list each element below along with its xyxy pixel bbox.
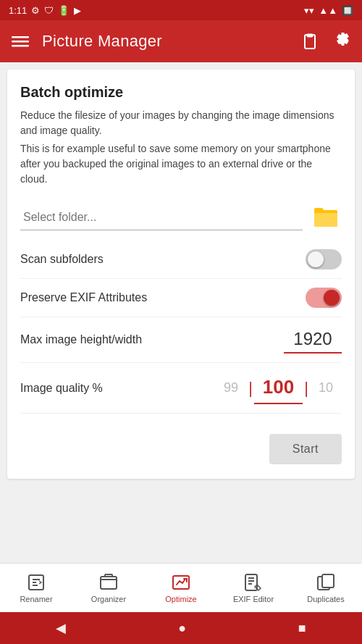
wifi-icon: ▾▾ [304,5,314,16]
exif-editor-icon [244,573,263,592]
menu-button[interactable] [10,31,30,51]
svg-rect-0 [12,36,29,38]
organizer-icon [99,573,118,592]
back-button[interactable]: ◀ [56,620,66,636]
card-desc-2: This is for example useful to save some … [20,141,342,187]
scan-subfolders-toggle[interactable] [306,249,342,269]
system-nav-bar: ◀ ● ■ [0,612,362,644]
start-button[interactable]: Start [269,434,342,464]
quality-divider-left: | [248,379,253,398]
nav-item-duplicates[interactable]: Duplicates [290,564,362,612]
svg-rect-1 [12,41,29,43]
duplicates-label: Duplicates [307,595,344,603]
folder-selector-row [20,201,342,233]
card-desc-1: Reduce the filesize of your images by ch… [20,108,342,138]
nav-item-exif-editor[interactable]: EXIF Editor [217,564,290,612]
folder-input[interactable] [20,205,303,230]
card-title: Batch optimize [20,84,342,101]
play-store-icon: ▶ [74,5,81,16]
settings-status-icon: ⚙ [31,5,40,16]
nav-item-optimize[interactable]: Optimize [145,564,217,612]
batch-optimize-card: Batch optimize Reduce the filesize of yo… [7,70,355,479]
start-btn-row: Start [20,434,342,464]
bottom-nav: Renamer Organizer Optimize [0,563,362,612]
svg-rect-5 [307,34,313,37]
recent-apps-button[interactable]: ■ [298,621,306,636]
clipboard-button[interactable] [300,31,320,51]
settings-button[interactable] [332,31,352,51]
renamer-icon [27,573,46,592]
preserve-exif-label: Preserve EXIF Attributes [20,291,147,304]
svg-rect-7 [101,577,117,589]
svg-rect-2 [12,45,29,47]
svg-rect-11 [322,574,334,587]
quality-option-10[interactable]: 10 [310,376,342,400]
battery-icon: 🔲 [342,5,353,16]
status-right-icons: ▾▾ ▲▲ 🔲 [304,5,353,16]
folder-browse-button[interactable] [310,201,342,233]
main-content: Batch optimize Reduce the filesize of yo… [0,62,362,563]
scan-subfolders-label: Scan subfolders [20,253,104,266]
quality-option-100[interactable]: 100 [254,372,303,404]
max-size-input[interactable] [284,326,342,354]
organizer-label: Organizer [91,595,126,603]
status-bar: 1:11 ⚙ 🛡 🔋 ▶ ▾▾ ▲▲ 🔲 [0,0,362,20]
shield-status-icon: 🛡 [44,5,54,16]
optimize-label: Optimize [165,595,196,603]
renamer-label: Renamer [20,595,52,603]
max-size-label: Max image height/width [20,333,142,346]
preserve-exif-row: Preserve EXIF Attributes [20,279,342,317]
quality-divider-right: | [304,379,308,398]
exif-editor-label: EXIF Editor [233,595,274,603]
quality-label: Image quality % [20,382,103,395]
app-title: Picture Manager [42,32,288,51]
status-time: 1:11 [9,5,27,16]
quality-option-99[interactable]: 99 [215,376,247,400]
app-bar: Picture Manager [0,20,362,62]
preserve-exif-toggle[interactable] [306,288,342,308]
preserve-exif-thumb [324,290,340,306]
quality-row: Image quality % 99 | 100 | 10 [20,363,342,414]
scan-subfolders-thumb [308,251,324,267]
scan-subfolders-row: Scan subfolders [20,241,342,279]
home-button[interactable]: ● [178,621,186,636]
svg-rect-9 [245,574,257,590]
nav-item-organizer[interactable]: Organizer [72,564,145,612]
duplicates-icon [316,573,335,592]
battery-saver-icon: 🔋 [58,5,70,16]
nav-item-renamer[interactable]: Renamer [0,564,72,612]
max-size-row: Max image height/width [20,317,342,363]
optimize-icon [172,573,190,592]
signal-icon: ▲▲ [319,5,337,16]
quality-picker: 99 | 100 | 10 [215,372,342,404]
